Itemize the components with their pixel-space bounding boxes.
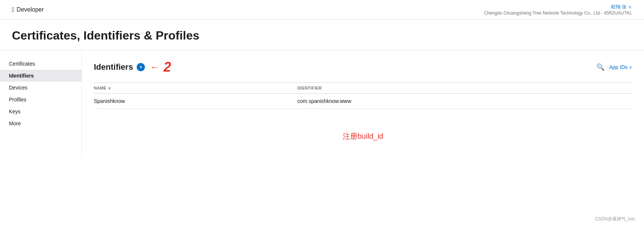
page-header: Certificates, Identifiers & Profiles: [0, 20, 644, 50]
center-annotation-text: 注册build_id: [343, 132, 383, 140]
top-bar-right: 程翔 张 ∨ Chengdu Chuangsheng Tree Network …: [484, 4, 632, 16]
annotation-number: 2: [164, 59, 171, 75]
table-row[interactable]: Spanishknow com.spanishknow.www: [94, 94, 632, 109]
header-right: 🔍 App IDs ∨: [596, 63, 632, 71]
user-name[interactable]: 程翔 张 ∨: [484, 4, 632, 10]
identifiers-table: NAME ∨ IDENTIFIER Spanishknow com.spanis…: [94, 82, 632, 109]
filter-label: App IDs: [609, 64, 628, 70]
content-area: Identifiers + ← 2 🔍 App IDs ∨: [82, 50, 644, 158]
col-identifier-label: IDENTIFIER: [297, 86, 322, 90]
sidebar: Certificates → Identifiers Devices Profi…: [0, 50, 82, 158]
add-identifier-button[interactable]: +: [137, 63, 145, 71]
logo:  Developer: [12, 6, 44, 14]
table-body: Spanishknow com.spanishknow.www: [94, 94, 632, 109]
sort-chevron: ∨: [108, 86, 111, 90]
sidebar-item-profiles[interactable]: Profiles: [0, 94, 82, 106]
apple-icon: : [12, 6, 15, 14]
section-title-row: Identifiers + ← 2: [94, 59, 171, 75]
row-identifier: com.spanishknow.www: [297, 94, 632, 109]
page-title: Certificates, Identifiers & Profiles: [12, 29, 632, 43]
search-icon[interactable]: 🔍: [596, 63, 605, 71]
sidebar-item-more[interactable]: More: [0, 117, 82, 129]
table-head: NAME ∨ IDENTIFIER: [94, 83, 632, 94]
filter-chevron: ∨: [629, 65, 632, 70]
sidebar-item-keys[interactable]: Keys: [0, 106, 82, 117]
section-title: Identifiers: [94, 62, 133, 72]
sidebar-item-certificates[interactable]: Certificates: [0, 58, 82, 70]
sidebar-item-identifiers[interactable]: Identifiers: [0, 70, 82, 82]
col-name[interactable]: NAME ∨: [94, 83, 297, 94]
center-annotation: 注册build_id: [94, 109, 632, 149]
sidebar-item-devices[interactable]: Devices: [0, 82, 82, 94]
main-layout: Certificates → Identifiers Devices Profi…: [0, 50, 644, 158]
top-bar:  Developer 程翔 张 ∨ Chengdu Chuangsheng T…: [0, 0, 644, 20]
logo-text: Developer: [17, 6, 44, 13]
filter-dropdown-button[interactable]: App IDs ∨: [609, 64, 632, 70]
row-name: Spanishknow: [94, 94, 297, 109]
annotation-arrow: ←: [150, 62, 159, 72]
user-org: Chengdu Chuangsheng Tree Network Technol…: [484, 10, 632, 16]
col-identifier: IDENTIFIER: [297, 83, 632, 94]
section-header: Identifiers + ← 2 🔍 App IDs ∨: [94, 59, 632, 75]
col-name-label: NAME: [94, 86, 107, 90]
